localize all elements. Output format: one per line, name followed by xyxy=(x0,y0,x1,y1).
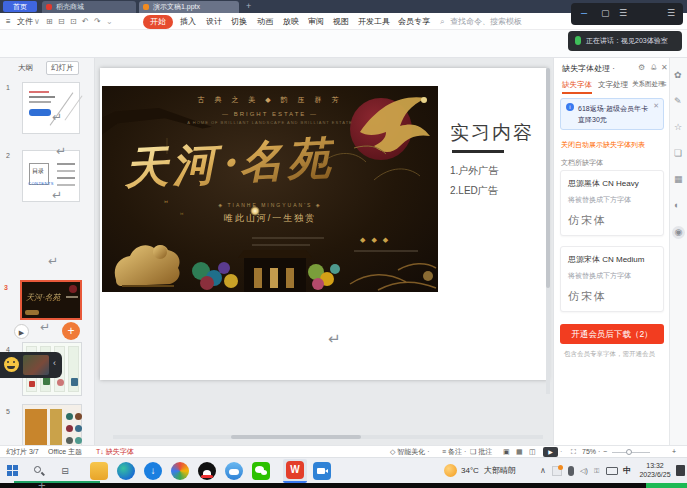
clock[interactable]: 13:32 2023/6/25 xyxy=(636,461,674,479)
grid-rail-icon[interactable]: ▦ xyxy=(674,174,683,184)
link-tray-icon[interactable]: ⚿ xyxy=(594,458,599,484)
hamburger-icon[interactable]: ≡ xyxy=(6,13,11,30)
cloud-app-icon[interactable] xyxy=(225,462,243,480)
app-tab-docer[interactable]: 稻壳商城 xyxy=(42,1,136,13)
slide-content-item[interactable]: 2.LED广告 xyxy=(450,184,498,198)
play-slideshow-button[interactable]: ▶ xyxy=(543,447,558,457)
list-icon[interactable]: ☰ xyxy=(619,8,627,18)
tab-review[interactable]: 审阅 xyxy=(308,13,324,30)
undo-icon[interactable]: ↶ xyxy=(82,13,89,30)
vertical-scrollbar-thumb[interactable] xyxy=(546,68,550,288)
app-tab-presentation[interactable]: 演示文稿1.pptx xyxy=(139,1,239,13)
close-auto-list-link[interactable]: 关闭自动展示缺失字体列表 xyxy=(561,140,645,150)
blue-app-icon[interactable]: ↓ xyxy=(144,462,162,480)
tray-chevron-icon[interactable]: ∧ xyxy=(540,458,546,484)
meeting-app-icon[interactable] xyxy=(313,462,331,480)
thumb-dot xyxy=(75,413,82,420)
home-button[interactable]: 首页 xyxy=(3,1,37,12)
notification-center-icon[interactable] xyxy=(676,465,685,476)
slide-content-item[interactable]: 1.户外广告 xyxy=(450,164,498,178)
colorful-app-icon[interactable] xyxy=(171,462,189,480)
floating-widget[interactable]: ‹ xyxy=(0,352,62,378)
font-card[interactable]: 思源宋体 CN Medium 将被替换成下方字体 仿宋体 xyxy=(560,246,664,312)
window-icon[interactable]: ▢ xyxy=(601,8,610,18)
task-view-icon[interactable]: ⊟ xyxy=(56,462,74,480)
contrast-rail-icon[interactable]: ◐ xyxy=(674,200,679,210)
copy-rail-icon[interactable]: ❏ xyxy=(674,148,682,158)
start-button[interactable] xyxy=(4,462,22,480)
member-note: 包含会员专享字体，需开通会员 xyxy=(564,350,655,359)
file-caret-icon[interactable]: ∨ xyxy=(34,13,40,30)
tab-outline[interactable]: 大纲 xyxy=(18,63,33,73)
promo-close-icon[interactable]: ✕ xyxy=(653,102,659,110)
pen-rail-icon[interactable]: ✎ xyxy=(674,96,682,106)
redo-icon[interactable]: ↷ xyxy=(94,13,101,30)
poster-detail-line xyxy=(252,237,324,239)
security-tray-icon[interactable] xyxy=(552,466,562,476)
more-caret-icon[interactable]: ⌄ xyxy=(106,13,113,30)
collapse-chevron-icon[interactable]: ‹ xyxy=(53,358,56,368)
speaker-tray-icon[interactable]: ◁) xyxy=(580,458,588,484)
slide-thumbnail-3-selected[interactable]: 天河·名苑 xyxy=(20,280,82,320)
slide-thumbnail-2[interactable]: 目录 CONTENTS xyxy=(22,150,80,202)
font-card[interactable]: 思源黑体 CN Heavy 将被替换成下方字体 仿宋体 xyxy=(560,170,664,236)
file-explorer-icon[interactable] xyxy=(90,462,108,480)
minimize-icon[interactable]: – xyxy=(581,6,587,18)
slide-thumbnail-1[interactable] xyxy=(22,82,80,134)
search-icon[interactable]: ⌕ xyxy=(440,13,444,30)
gemstone-art xyxy=(224,274,238,288)
play-slide-button[interactable]: ▶ xyxy=(14,324,29,339)
horizontal-scrollbar[interactable] xyxy=(113,435,543,439)
download-membership-button[interactable]: 开通会员后下载（2） xyxy=(560,324,664,344)
vertical-scrollbar[interactable] xyxy=(546,68,550,394)
tab-slideshow[interactable]: 放映 xyxy=(283,13,299,30)
poster-image[interactable]: 古 典 之 美 ◆ 韵 压 群 芳 — BRIGHT ESTATE — A HO… xyxy=(102,86,438,292)
qq-icon[interactable] xyxy=(198,462,216,480)
tab-animation[interactable]: 动画 xyxy=(257,13,273,30)
zoom-slider-knob[interactable] xyxy=(626,449,632,455)
add-slide-floating-button[interactable]: + xyxy=(62,322,80,340)
tab-home[interactable]: 开始 xyxy=(143,15,173,29)
more-tabs-icon[interactable]: ≡ xyxy=(662,80,667,89)
tab-text-processing[interactable]: 文字处理 xyxy=(598,80,628,90)
ime-indicator[interactable]: 中 xyxy=(623,458,631,484)
gear-icon[interactable]: ⚙ xyxy=(638,63,645,72)
save-icon[interactable]: ⊟ xyxy=(58,13,65,30)
star-rail-icon[interactable]: ☆ xyxy=(674,122,682,132)
tab-transition[interactable]: 切换 xyxy=(231,13,247,30)
tab-devtools[interactable]: 开发工具 xyxy=(358,13,390,30)
new-doc-icon[interactable]: ⊞ xyxy=(46,13,53,30)
wps-taskbar-icon-active[interactable]: W xyxy=(283,459,307,483)
weather-icon[interactable] xyxy=(444,464,457,477)
tab-view[interactable]: 视图 xyxy=(333,13,349,30)
edge-browser-icon[interactable] xyxy=(117,462,135,480)
slide-content-title[interactable]: 实习内容 xyxy=(450,120,534,146)
microphone-tray-icon[interactable] xyxy=(568,466,574,476)
docer-rail-icon[interactable]: ✿ xyxy=(674,70,682,80)
tab-insert[interactable]: 插入 xyxy=(180,13,196,30)
file-menu[interactable]: 文件 xyxy=(17,13,33,30)
command-search-input[interactable]: 查找命令、搜索模板 xyxy=(450,13,522,30)
annotation-return-arrow: ↵ xyxy=(328,330,341,348)
horizontal-scrollbar-thumb[interactable] xyxy=(231,435,361,439)
weather-desc[interactable]: 大部晴朗 xyxy=(484,458,516,484)
tab-missing-fonts[interactable]: 缺失字体 xyxy=(562,80,592,94)
slide-page[interactable]: 古 典 之 美 ◆ 韵 压 群 芳 — BRIGHT ESTATE — A HO… xyxy=(100,68,548,380)
settings-rail-icon-active[interactable]: ◉ xyxy=(672,226,685,239)
slide-canvas: 古 典 之 美 ◆ 韵 压 群 芳 — BRIGHT ESTATE — A HO… xyxy=(95,58,553,445)
panel-icon[interactable]: ☰ xyxy=(667,8,675,18)
add-slide-button[interactable]: + xyxy=(38,478,46,488)
title-underline xyxy=(452,150,504,153)
keyboard-tray-icon[interactable] xyxy=(606,467,618,475)
tab-slides[interactable]: 幻灯片 xyxy=(46,61,79,75)
close-icon[interactable]: ✕ xyxy=(661,63,668,72)
promo-banner[interactable]: i 618返场·超级会员年卡直降30元 ✕ xyxy=(560,98,664,130)
tab-diagram-processing[interactable]: 关系图处理 xyxy=(632,80,665,89)
tab-design[interactable]: 设计 xyxy=(206,13,222,30)
tab-member[interactable]: 会员专享 xyxy=(398,13,430,30)
weather-temp[interactable]: 34°C xyxy=(461,458,479,484)
new-tab-button[interactable]: + xyxy=(246,0,251,13)
wechat-icon[interactable] xyxy=(252,462,270,480)
print-icon[interactable]: ⊡ xyxy=(70,13,77,30)
bell-icon[interactable]: 🕭 xyxy=(650,63,658,72)
